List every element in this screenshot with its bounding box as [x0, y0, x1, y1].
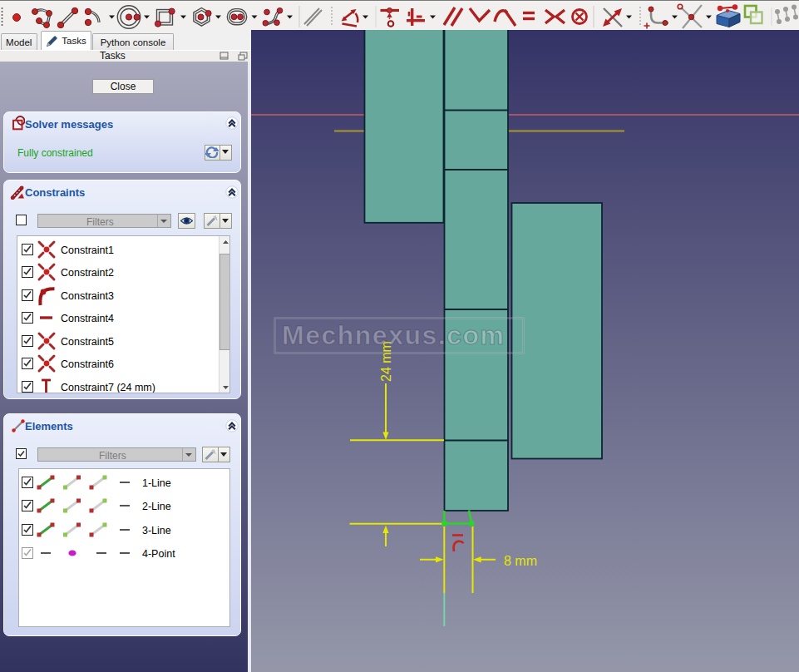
- svg-text:2-Line: 2-Line: [142, 501, 171, 512]
- svg-text:Constraint4: Constraint4: [61, 313, 114, 324]
- svg-text:24 mm: 24 mm: [379, 341, 393, 382]
- svg-text:Constraint1: Constraint1: [61, 244, 114, 255]
- svg-text:Constraint7 (24 mm): Constraint7 (24 mm): [61, 381, 155, 393]
- svg-text:Constraint3: Constraint3: [61, 289, 114, 301]
- svg-text:3-Line: 3-Line: [142, 524, 171, 536]
- svg-text:Mechnexus.com: Mechnexus.com: [282, 320, 505, 350]
- svg-text:4-Point: 4-Point: [142, 548, 175, 560]
- svg-text:Constraint5: Constraint5: [61, 335, 114, 347]
- svg-text:Constraint6: Constraint6: [61, 358, 114, 370]
- svg-text:8 mm: 8 mm: [504, 554, 537, 568]
- svg-text:Constraint2: Constraint2: [61, 267, 114, 279]
- svg-text:1-Line: 1-Line: [142, 477, 171, 488]
